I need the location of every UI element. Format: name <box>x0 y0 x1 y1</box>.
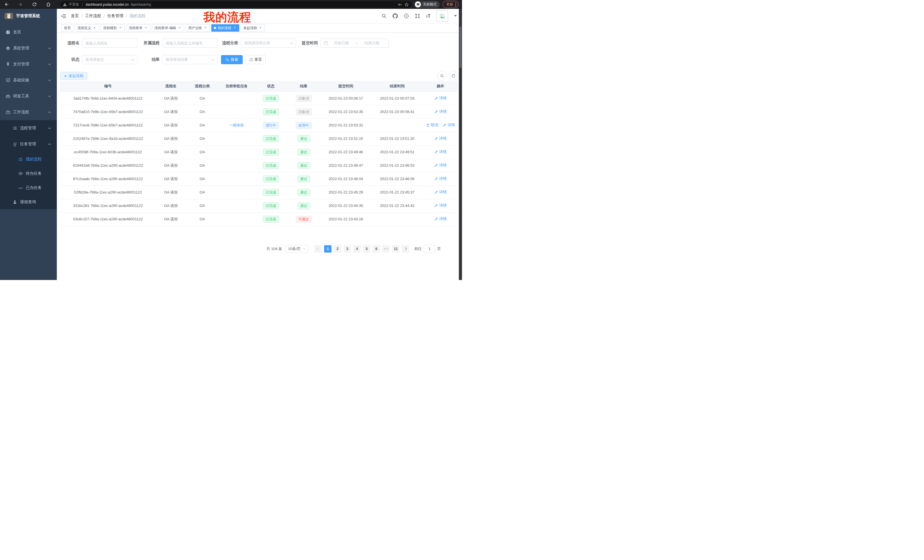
close-icon[interactable]: × <box>93 26 96 30</box>
page-button[interactable]: 3 <box>344 245 351 253</box>
page-button[interactable]: 1 <box>324 245 332 253</box>
help-icon[interactable]: ? <box>404 13 409 18</box>
sidebar-item-home[interactable]: 首页 <box>0 24 57 40</box>
cell-current-task: 一级审批 <box>219 118 254 132</box>
cell-submit-time: 2022-01-23 00:06:17 <box>320 91 372 105</box>
browser-menu-icon[interactable] <box>455 2 456 7</box>
tab-home[interactable]: 首页 <box>62 24 74 32</box>
bookmark-star-icon[interactable] <box>404 2 409 7</box>
edit-icon <box>434 204 438 208</box>
submit-time-range-picker[interactable]: 开始日期 - 结束日期 <box>321 39 388 48</box>
breadcrumb-home[interactable]: 首页 <box>71 13 79 18</box>
sidebar-toggle-icon[interactable] <box>61 13 66 19</box>
prev-page-button[interactable] <box>314 245 322 253</box>
scrollbar-thumb[interactable] <box>459 27 461 68</box>
sidebar-item-done-tasks[interactable]: 已办任务 <box>0 181 57 195</box>
detail-link[interactable]: 详情 <box>434 190 447 195</box>
detail-link[interactable]: 详情 <box>442 123 455 127</box>
page-button[interactable]: 2 <box>334 245 341 253</box>
password-key-icon[interactable] <box>398 2 402 7</box>
breadcrumb-task-mgmt[interactable]: 任务管理 <box>107 13 123 18</box>
cell-submit-time: 2022-01-22 23:44:35 <box>320 199 372 213</box>
tab-process-definition[interactable]: 流程定义× <box>75 24 99 32</box>
sidebar-item-process-mgmt[interactable]: 流程管理 <box>0 120 57 136</box>
detail-link[interactable]: 详情 <box>434 163 447 168</box>
sidebar-item-system[interactable]: 系统管理 <box>0 40 57 56</box>
sidebar-item-devtools[interactable]: 研发工具 <box>0 88 57 104</box>
sidebar-item-infra[interactable]: 基础设施 <box>0 72 57 88</box>
filter-row-2: 状态 请选择状态 结果 请选择流结果 搜索 重置 <box>60 55 458 64</box>
reload-icon[interactable] <box>32 2 37 7</box>
sidebar-item-my-process[interactable]: 我的流程 <box>0 152 57 166</box>
tab-process-form-edit[interactable]: 流程表单-编辑× <box>152 24 184 32</box>
detail-link[interactable]: 详情 <box>434 149 447 154</box>
sidebar-item-workflow[interactable]: 工作流程 <box>0 104 57 120</box>
current-task-link[interactable]: 一级审批 <box>229 123 244 128</box>
fullscreen-icon[interactable] <box>415 13 420 18</box>
search-icon[interactable] <box>381 13 387 18</box>
toggle-search-button[interactable] <box>438 71 447 81</box>
browser-update-button[interactable]: 更新 <box>442 1 459 8</box>
process-definition-input[interactable] <box>162 39 218 48</box>
incognito-label: 无痕模式 <box>423 2 436 7</box>
page-button[interactable]: ··· <box>382 245 390 253</box>
close-icon[interactable]: × <box>178 26 182 30</box>
close-icon[interactable]: × <box>118 26 122 30</box>
avatar[interactable] <box>436 10 448 22</box>
tab-my-process[interactable]: 我的流程× <box>211 24 239 32</box>
jump-page-input[interactable] <box>424 245 435 253</box>
detail-link[interactable]: 详情 <box>434 176 447 181</box>
tab-process-form[interactable]: 流程表单× <box>126 24 150 32</box>
reset-button[interactable]: 重置 <box>246 55 266 64</box>
sidebar-item-leave-query[interactable]: 请假查询 <box>0 195 57 209</box>
tab-user-group[interactable]: 用户分组× <box>186 24 210 32</box>
page-button[interactable]: 4 <box>353 245 361 253</box>
result-badge: 通过 <box>297 135 310 142</box>
page-button[interactable]: 11 <box>392 245 399 253</box>
tab-process-model[interactable]: 流程模型× <box>100 24 125 32</box>
page-button[interactable]: 5 <box>363 245 370 253</box>
sidebar-item-task-mgmt[interactable]: 任务管理 <box>0 136 57 152</box>
address-bar[interactable]: 不安全 dashboard.yudao.iocoder.cn/bpm/task/… <box>60 1 412 8</box>
github-icon[interactable] <box>393 13 398 18</box>
breadcrumb-workflow[interactable]: 工作流程 <box>85 13 101 18</box>
app-logo[interactable]: 芋道管理系统 <box>0 9 57 23</box>
select-caret-icon <box>290 42 293 44</box>
breadcrumb: 首页/ 工作流程/ 任务管理/ 我的流程 <box>71 13 146 18</box>
start-process-button[interactable]: 发起流程 <box>60 72 87 80</box>
next-page-button[interactable] <box>402 245 409 253</box>
sidebar-item-todo-tasks[interactable]: 待办任务 <box>0 166 57 181</box>
home-icon[interactable] <box>46 2 51 7</box>
close-icon[interactable]: × <box>144 26 148 30</box>
close-icon[interactable]: × <box>233 26 237 30</box>
result-badge: 通过 <box>297 202 310 209</box>
result-badge: 通过 <box>297 189 310 196</box>
forward-icon[interactable] <box>18 2 23 7</box>
detail-link[interactable]: 详情 <box>434 203 447 208</box>
detail-link[interactable]: 详情 <box>434 216 447 222</box>
font-size-icon[interactable]: TT <box>426 14 431 18</box>
detail-link[interactable]: 详情 <box>434 109 447 114</box>
result-select[interactable]: 请选择流结果 <box>162 55 218 64</box>
category-select[interactable]: 请选择流程分类 <box>241 39 296 48</box>
sidebar-item-payment[interactable]: ¥ 支付管理 <box>0 56 57 72</box>
tab-start-process[interactable]: 发起流程× <box>241 24 265 32</box>
back-icon[interactable] <box>4 2 9 7</box>
page-button[interactable]: 6 <box>373 245 380 253</box>
cancel-link[interactable]: 取消 <box>426 123 438 127</box>
cell-status: 已完成 <box>254 186 287 199</box>
sidebar-menu: 首页 系统管理 ¥ 支付管理 基础设施 研发工具 <box>0 23 57 209</box>
process-name-input[interactable] <box>82 39 137 48</box>
page-size-select[interactable]: 10条/页 <box>285 245 308 253</box>
close-icon[interactable]: × <box>203 26 207 30</box>
search-button[interactable]: 搜索 <box>221 55 243 64</box>
status-select[interactable]: 请选择状态 <box>82 55 137 64</box>
close-icon[interactable]: × <box>258 26 262 30</box>
not-secure-warning-icon[interactable] <box>63 3 67 7</box>
detail-link[interactable]: 详情 <box>434 96 447 101</box>
refresh-table-button[interactable] <box>449 71 458 81</box>
detail-link[interactable]: 详情 <box>434 136 447 141</box>
scrollbar[interactable] <box>459 9 462 280</box>
select-caret-icon <box>303 248 306 250</box>
avatar-dropdown-caret[interactable] <box>454 15 457 18</box>
